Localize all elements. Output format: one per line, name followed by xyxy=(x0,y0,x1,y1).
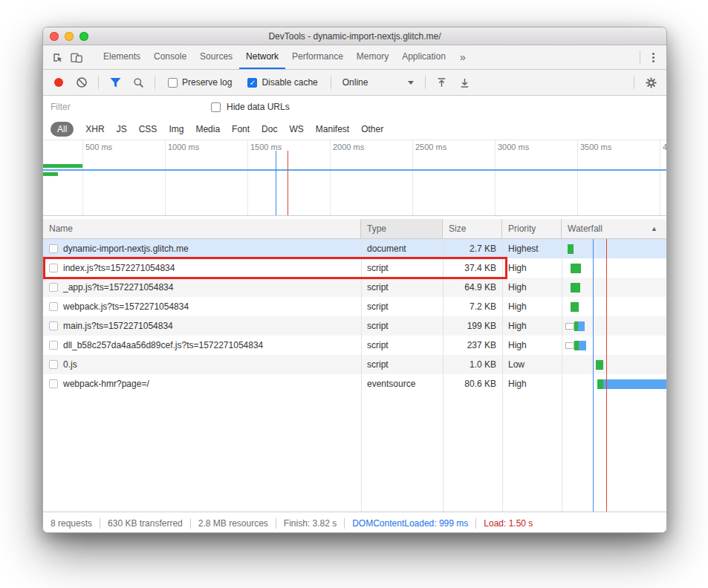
type-cell: script xyxy=(361,355,443,374)
size-cell: 7.2 KB xyxy=(443,297,502,316)
preserve-log-checkbox[interactable] xyxy=(168,78,178,88)
table-row[interactable]: webpack-hmr?page=/eventsource80.6 KBHigh xyxy=(43,374,666,393)
request-type: document xyxy=(367,244,406,254)
size-cell: 80.6 KB xyxy=(443,374,502,393)
file-icon xyxy=(49,283,58,292)
tabbar-separator xyxy=(640,50,640,64)
request-size: 37.4 KB xyxy=(464,263,496,273)
search-icon[interactable] xyxy=(129,73,148,92)
chevron-down-icon xyxy=(408,81,414,85)
request-type: script xyxy=(367,263,389,273)
clear-icon[interactable] xyxy=(72,73,91,92)
table-row[interactable]: webpack.js?ts=1572271054834script7.2 KBH… xyxy=(43,297,666,316)
throttling-select[interactable]: Online xyxy=(342,77,414,88)
column-header-size[interactable]: Size xyxy=(443,219,502,238)
hide-data-urls-checkbox[interactable] xyxy=(211,102,221,112)
file-icon xyxy=(49,360,58,369)
waterfall-cell xyxy=(562,316,666,336)
column-header-priority[interactable]: Priority xyxy=(502,219,562,238)
summary-finish: Finish: 3.82 s xyxy=(284,518,337,529)
summary-load: Load: 1.50 s xyxy=(484,518,533,529)
device-toolbar-icon[interactable] xyxy=(67,48,86,67)
table-row[interactable]: dynamic-import-nextjs.glitch.medocument2… xyxy=(43,239,666,258)
tab-network[interactable]: Network xyxy=(239,45,285,69)
column-header-name[interactable]: Name xyxy=(43,219,361,238)
import-har-icon[interactable] xyxy=(432,73,452,92)
filter-pill-all[interactable]: All xyxy=(51,122,74,137)
priority-cell: Low xyxy=(502,355,562,374)
disable-cache-checkbox[interactable] xyxy=(247,78,257,88)
toolbar-separator xyxy=(155,76,155,89)
file-icon xyxy=(49,302,58,311)
name-cell: dynamic-import-nextjs.glitch.me xyxy=(43,239,361,258)
tab-elements[interactable]: Elements xyxy=(97,45,147,69)
waterfall-cell xyxy=(562,374,666,393)
zoom-window-button[interactable] xyxy=(79,32,88,41)
summary-separator xyxy=(344,518,345,529)
filter-pill-doc[interactable]: Doc xyxy=(262,124,277,134)
column-header-waterfall[interactable]: Waterfall▲ xyxy=(562,219,666,238)
request-priority: High xyxy=(508,263,527,273)
column-separator xyxy=(443,239,444,512)
filter-pill-css[interactable]: CSS xyxy=(139,124,157,134)
table-row[interactable]: dll_b58c257da4aa56d89cef.js?ts=157227105… xyxy=(43,336,666,355)
toolbar-separator xyxy=(98,76,99,89)
close-window-button[interactable] xyxy=(50,32,59,41)
table-row[interactable]: main.js?ts=1572271054834script199 KBHigh xyxy=(43,316,666,336)
devtools-tabbar: ElementsConsoleSourcesNetworkPerformance… xyxy=(43,45,666,70)
record-icon[interactable] xyxy=(54,78,63,87)
tab-console[interactable]: Console xyxy=(147,45,193,69)
overview-tick-label: 2000 ms xyxy=(333,143,364,151)
tab-sources[interactable]: Sources xyxy=(193,45,239,69)
request-type: script xyxy=(367,321,389,331)
filter-pill-other[interactable]: Other xyxy=(361,124,383,134)
filter-pill-xhr[interactable]: XHR xyxy=(85,124,104,134)
summary-separator xyxy=(276,518,276,529)
filter-pill-img[interactable]: Img xyxy=(169,124,184,134)
filter-input[interactable] xyxy=(51,102,205,112)
name-cell: _app.js?ts=1572271054834 xyxy=(43,278,361,297)
filter-pill-ws[interactable]: WS xyxy=(289,124,303,134)
table-row[interactable]: _app.js?ts=1572271054834script64.9 KBHig… xyxy=(43,278,666,297)
request-priority: High xyxy=(508,301,527,312)
request-priority: High xyxy=(508,321,527,331)
tab-memory[interactable]: Memory xyxy=(350,45,395,69)
request-name: webpack.js?ts=1572271054834 xyxy=(63,301,189,312)
tab-application[interactable]: Application xyxy=(395,45,452,69)
priority-cell: High xyxy=(502,316,562,336)
filter-icon[interactable] xyxy=(105,73,125,92)
file-icon xyxy=(49,244,58,253)
minimize-window-button[interactable] xyxy=(65,32,74,41)
dcl-guide-line xyxy=(593,239,594,512)
sort-ascending-icon[interactable]: ▲ xyxy=(651,225,660,232)
load-guide-line xyxy=(606,239,607,512)
filter-pill-font[interactable]: Font xyxy=(232,124,250,134)
tab-performance[interactable]: Performance xyxy=(285,45,350,69)
column-separator xyxy=(502,239,503,512)
filter-pill-manifest[interactable]: Manifest xyxy=(316,124,349,134)
overview-bar-blue xyxy=(43,169,666,171)
kebab-menu-icon[interactable] xyxy=(645,53,662,62)
table-row[interactable]: index.js?ts=1572271054834script37.4 KBHi… xyxy=(43,258,666,278)
more-tabs-chevron-icon[interactable]: » xyxy=(454,51,472,63)
toolbar-separator xyxy=(331,76,331,89)
summary-separator xyxy=(190,518,191,529)
inspect-element-icon[interactable] xyxy=(48,48,67,67)
overview-tick-label: 2500 ms xyxy=(415,143,446,151)
request-size: 199 KB xyxy=(467,321,496,331)
network-overview-timeline[interactable]: 500 ms1000 ms1500 ms2000 ms2500 ms3000 m… xyxy=(43,140,666,216)
filter-pill-js[interactable]: JS xyxy=(117,124,127,134)
request-type: script xyxy=(367,340,389,350)
request-name: webpack-hmr?page=/ xyxy=(63,379,149,389)
column-header-type[interactable]: Type xyxy=(361,219,443,238)
overview-bar-green xyxy=(43,164,82,168)
export-har-icon[interactable] xyxy=(455,73,475,92)
window-titlebar[interactable]: DevTools - dynamic-import-nextjs.glitch.… xyxy=(43,27,666,45)
settings-gear-icon[interactable] xyxy=(641,73,660,92)
overview-gridline xyxy=(660,140,660,215)
waterfall-bar-stalled xyxy=(565,323,574,330)
waterfall-cell xyxy=(562,239,666,258)
type-cell: script xyxy=(361,258,443,278)
filter-pill-media[interactable]: Media xyxy=(195,124,220,134)
table-row[interactable]: 0.jsscript1.0 KBLow xyxy=(43,355,666,374)
